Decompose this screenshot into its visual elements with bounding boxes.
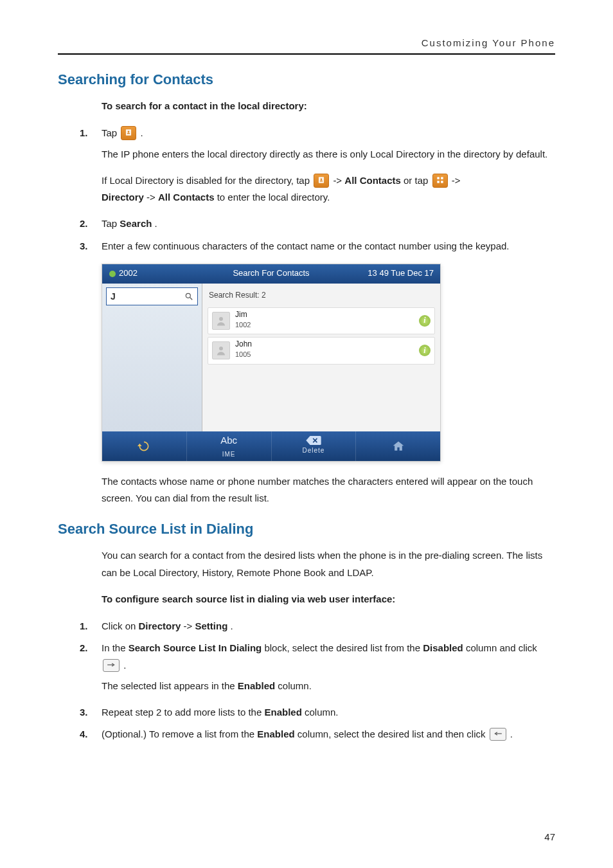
back-softkey[interactable] (102, 431, 187, 461)
search-panel: J (102, 284, 202, 431)
heading-searching-for-contacts: Searching for Contacts (58, 71, 555, 88)
contacts-icon (314, 174, 329, 188)
svg-rect-4 (437, 177, 440, 179)
svg-rect-7 (441, 181, 443, 183)
ssl-step-3: Repeat step 2 to add more lists to the E… (80, 704, 555, 721)
contact-name: Jim (235, 311, 251, 319)
txt: The selected list appears in the (102, 680, 238, 691)
step-2: Tap Search . (80, 215, 555, 232)
running-head: Customizing Your Phone (58, 37, 555, 55)
info-icon[interactable]: i (419, 315, 431, 327)
txt: Enter a few continuous characters of the… (102, 240, 510, 251)
contacts-icon (121, 126, 136, 140)
txt: All Contacts (344, 175, 401, 186)
txt: -> (333, 175, 342, 186)
txt: Directory (102, 192, 144, 203)
step-1-p2: If Local Directory is disabled for the d… (102, 172, 555, 206)
svg-point-8 (109, 271, 116, 277)
search-query: J (111, 289, 116, 305)
phone-softkey-bar: Abc IME Delete (102, 431, 440, 461)
avatar-icon (212, 341, 230, 359)
txt: Search (120, 218, 152, 229)
txt: All Contacts (158, 192, 215, 203)
back-icon (137, 440, 151, 453)
after-screenshot-text: The contacts whose name or phone number … (102, 473, 555, 507)
info-icon[interactable]: i (419, 345, 431, 356)
delete-label: Delete (302, 445, 324, 457)
result-row[interactable]: Jim 1002 i (208, 307, 435, 334)
txt: column, select the desired list and then… (298, 728, 488, 739)
step-1: Tap . The IP phone enters the local dire… (80, 125, 555, 206)
search-icon (184, 292, 193, 301)
txt: block, select the desired list from the (264, 642, 423, 653)
search-input[interactable]: J (106, 287, 198, 305)
account-label: 2002 (119, 266, 138, 281)
step-1-dot: . (141, 127, 143, 138)
ssl-step-2-note: The selected list appears in the Enabled… (102, 678, 555, 694)
svg-point-9 (186, 293, 190, 298)
result-count: Search Result: 2 (202, 284, 440, 305)
menu-grid-icon (432, 174, 448, 188)
step-3: Enter a few continuous characters of the… (80, 238, 555, 507)
txt: Enabled (264, 707, 301, 718)
lead-configure-ssl: To configure search source list in diali… (102, 591, 555, 608)
txt: Search Source List In Dialing (129, 642, 262, 653)
home-softkey[interactable] (356, 431, 440, 461)
ssl-step-1: Click on Directory -> Setting . (80, 618, 555, 635)
home-icon (391, 440, 405, 453)
step-1-tap-text: Tap (102, 127, 120, 138)
svg-line-10 (190, 298, 193, 300)
svg-rect-5 (441, 177, 443, 179)
txt: to enter the local directory. (217, 192, 330, 203)
txt: . (510, 728, 513, 739)
step-1-p1: The IP phone enters the local directory … (102, 146, 555, 163)
txt: -> (184, 620, 193, 631)
txt: or tap (404, 175, 431, 186)
txt: Disabled (423, 642, 463, 653)
contact-number: 1002 (235, 319, 251, 331)
txt: Setting (195, 620, 228, 631)
phone-titlebar: 2002 Search For Contacts 13 49 Tue Dec 1… (102, 264, 440, 284)
svg-rect-6 (437, 181, 440, 183)
results-panel: Search Result: 2 Jim 1002 i (202, 284, 440, 431)
txt: If Local Directory is disabled for the d… (102, 175, 312, 186)
available-icon (109, 270, 116, 278)
txt: . (155, 218, 157, 229)
move-left-icon (490, 728, 506, 741)
svg-point-3 (321, 178, 323, 180)
backspace-icon (306, 436, 321, 445)
svg-point-12 (219, 347, 223, 350)
txt: Directory (139, 620, 181, 631)
ssl-step-2: In the Search Source List In Dialing blo… (80, 640, 555, 694)
page-number: 47 (544, 831, 555, 842)
avatar-icon (212, 312, 230, 330)
txt: (Optional.) To remove a list from the (102, 728, 257, 739)
txt: column. (305, 707, 339, 718)
lead-search-contact: To search for a contact in the local dir… (102, 98, 555, 114)
heading-search-source-list: Search Source List in Dialing (58, 521, 555, 538)
txt: Enabled (257, 728, 294, 739)
svg-point-1 (128, 131, 130, 133)
txt: Tap (102, 218, 120, 229)
txt: . (123, 660, 126, 671)
phone-screenshot: 2002 Search For Contacts 13 49 Tue Dec 1… (102, 264, 441, 462)
ssl-step-4: (Optional.) To remove a list from the En… (80, 726, 555, 743)
ime-label: IME (222, 449, 236, 460)
section2-intro: You can search for a contact from the de… (102, 547, 555, 581)
txt: column. (278, 680, 312, 691)
txt: In the (102, 642, 129, 653)
txt: column and click (466, 642, 537, 653)
clock-label: 13 49 Tue Dec 17 (368, 266, 434, 281)
result-row[interactable]: John 1005 i (208, 337, 435, 364)
txt: Click on (102, 620, 139, 631)
delete-softkey[interactable]: Delete (272, 431, 357, 461)
contact-number: 1005 (235, 348, 252, 361)
contact-name: John (235, 340, 252, 348)
txt: Repeat step 2 to add more lists to the (102, 707, 264, 718)
txt: Enabled (238, 680, 275, 691)
ime-softkey[interactable]: Abc IME (187, 431, 272, 461)
txt: -> (147, 192, 155, 203)
svg-point-11 (219, 317, 223, 321)
ime-mode: Abc (220, 432, 237, 449)
move-right-icon (103, 659, 120, 672)
